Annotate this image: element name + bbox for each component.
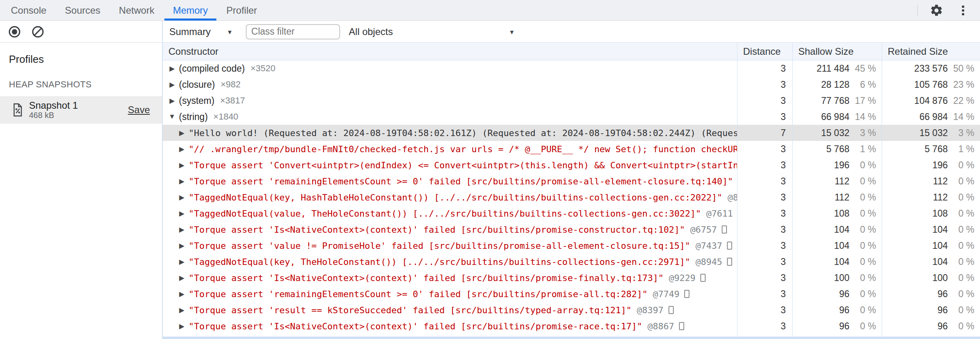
table-row[interactable]: ▶"Torque assert 'Is<NativeContext>(conte…: [163, 270, 980, 286]
memory-panel: Profiles HEAP SNAPSHOTS Snapshot 1 468 k…: [0, 21, 980, 339]
constructor-cell: ▶"Torque assert 'Is<NativeContext>(conte…: [163, 270, 737, 286]
chevron-collapsed-icon[interactable]: ▶: [177, 306, 186, 314]
chevron-collapsed-icon[interactable]: ▶: [177, 145, 186, 153]
distance-value: 3: [737, 240, 786, 251]
shallow-size-percent: 1 %: [849, 144, 876, 155]
tab-memory[interactable]: Memory: [164, 0, 217, 21]
constructor-cell: ▶"// .wrangler/tmp/bundle-FmNIt0/checked…: [163, 141, 737, 157]
table-row[interactable]: ▶"TaggedNotEqual(key, HashTableHoleConst…: [163, 189, 980, 205]
chevron-collapsed-icon[interactable]: ▶: [177, 177, 186, 186]
retained-size-percent: 0 %: [948, 273, 974, 283]
perspective-select[interactable]: Summary ▼: [169, 26, 233, 37]
chevron-collapsed-icon[interactable]: ▶: [177, 258, 186, 266]
table-row[interactable]: ▶"Torque assert 'Is<NativeContext>(conte…: [163, 318, 980, 334]
constructor-cell: ▶"TaggedNotEqual(key, HashTableHoleConst…: [163, 189, 737, 205]
chevron-collapsed-icon[interactable]: ▶: [177, 193, 186, 202]
retained-size-percent: 0 %: [948, 305, 974, 316]
column-header-distance[interactable]: Distance: [737, 43, 792, 60]
table-row[interactable]: ▶"Torque assert 'Is<NativeContext>(conte…: [163, 221, 980, 238]
table-row[interactable]: ▶"Torque assert 'result == kStoreSuccede…: [163, 302, 980, 318]
table-row[interactable]: ▶"Hello world! (Requested at: 2024-08-19…: [163, 125, 980, 141]
detail-box-icon: [684, 290, 689, 298]
class-filter-input[interactable]: [246, 24, 340, 39]
distance-cell: 7: [737, 125, 792, 141]
chevron-collapsed-icon[interactable]: ▶: [177, 290, 186, 298]
table-row[interactable]: ▶"TaggedNotEqual(key, TheHoleConstant())…: [163, 254, 980, 270]
retained-size-value: 104 876: [882, 95, 948, 106]
column-header-retained-size[interactable]: Retained Size: [882, 43, 980, 60]
constructor-cell: ▶"Torque assert 'Is<NativeContext>(conte…: [163, 221, 737, 238]
constructor-cell: ▶"Torque assert 'remainingElementsCount …: [163, 286, 737, 302]
chevron-collapsed-icon[interactable]: ▶: [177, 274, 186, 282]
shallow-size-cell: 1040 %: [792, 238, 882, 254]
detail-box-icon: [727, 258, 732, 266]
chevron-collapsed-icon[interactable]: ▶: [168, 64, 176, 73]
chevron-collapsed-icon[interactable]: ▶: [177, 209, 186, 218]
tab-profiler[interactable]: Profiler: [217, 0, 266, 21]
table-row[interactable]: ▶"// .wrangler/tmp/bundle-FmNIt0/checked…: [163, 141, 980, 157]
shallow-size-cell: 77 76817 %: [792, 93, 882, 109]
retained-size-value: 104: [882, 224, 948, 235]
table-row[interactable]: ▶(compiled code)×35203211 48445 %233 576…: [163, 60, 980, 76]
retained-size-percent: 0 %: [948, 192, 974, 203]
chevron-collapsed-icon[interactable]: ▶: [177, 322, 186, 331]
objects-scope-select[interactable]: All objects ▼: [349, 26, 515, 37]
clear-profiles-icon[interactable]: [30, 24, 46, 40]
constructor-name: (string): [179, 112, 208, 122]
column-header-shallow-size[interactable]: Shallow Size: [792, 43, 882, 60]
retained-size-cell: 1080 %: [882, 205, 980, 221]
table-row[interactable]: ▼(string)×1840366 98414 %66 98414 %: [163, 109, 980, 125]
table-row[interactable]: ▶(system)×3817377 76817 %104 87622 %: [163, 93, 980, 109]
string-value: "// .wrangler/tmp/bundle-FmNIt0/checked-…: [189, 144, 737, 154]
retained-size-value: 96: [882, 305, 948, 316]
chevron-expanded-icon[interactable]: ▼: [168, 113, 176, 121]
table-row[interactable]: ▶"TaggedNotEqual(value, TheHoleConstant(…: [163, 205, 980, 221]
table-row[interactable]: ▶"Torque assert 'Convert<uintptr>(endInd…: [163, 157, 980, 173]
chevron-collapsed-icon[interactable]: ▶: [177, 242, 186, 250]
table-row[interactable]: ▶"Torque assert 'value != PromiseHole' f…: [163, 238, 980, 254]
retained-size-percent: 23 %: [948, 79, 974, 90]
retained-size-cell: 1000 %: [882, 270, 980, 286]
shallow-size-cell: 1960 %: [792, 157, 882, 173]
object-id: @8: [728, 192, 737, 203]
shallow-size-value: 108: [793, 208, 849, 219]
shallow-size-value: 104: [793, 256, 849, 267]
retained-size-percent: 0 %: [948, 176, 974, 187]
table-row[interactable]: ▶"Torque assert 'remainingElementsCount …: [163, 286, 980, 302]
retained-size-percent: 0 %: [948, 224, 974, 235]
record-heap-snapshot-icon[interactable]: [6, 24, 23, 40]
retained-size-cell: 1120 %: [882, 173, 980, 189]
retained-size-value: 108: [882, 208, 948, 219]
column-header-constructor[interactable]: Constructor: [163, 43, 737, 60]
shallow-size-cell: 66 98414 %: [792, 109, 882, 125]
distance-value: 3: [737, 305, 786, 316]
tab-sources[interactable]: Sources: [56, 0, 110, 21]
shallow-size-value: 112: [793, 176, 849, 187]
tabbar-right-controls: [917, 0, 980, 21]
more-options-icon[interactable]: [955, 2, 971, 19]
detail-box-icon: [722, 225, 727, 234]
save-snapshot-link[interactable]: Save: [128, 104, 156, 116]
settings-gear-icon[interactable]: [928, 2, 945, 19]
chevron-collapsed-icon[interactable]: ▶: [177, 225, 186, 234]
table-row[interactable]: ▶"Torque assert 'remainingElementsCount …: [163, 173, 980, 189]
table-row[interactable]: ▶(closure)×982328 1286 %105 76823 %: [163, 76, 980, 93]
shallow-size-value: 77 768: [793, 95, 849, 106]
tab-console[interactable]: Console: [2, 0, 56, 21]
chevron-collapsed-icon[interactable]: ▶: [168, 81, 176, 89]
chevron-collapsed-icon[interactable]: ▶: [177, 161, 186, 170]
string-value: "Torque assert 'Convert<uintptr>(endInde…: [189, 160, 737, 170]
distance-value: 3: [737, 112, 786, 122]
tab-network[interactable]: Network: [110, 0, 164, 21]
string-value: "Torque assert 'remainingElementsCount >…: [189, 176, 733, 186]
retained-size-value: 66 984: [882, 112, 948, 122]
chevron-collapsed-icon[interactable]: ▶: [177, 129, 186, 137]
object-id: @7611: [706, 209, 733, 219]
retained-size-percent: 0 %: [948, 160, 974, 171]
chevron-collapsed-icon[interactable]: ▶: [168, 97, 176, 105]
distance-cell: 3: [737, 270, 792, 286]
constructor-name: (compiled code): [179, 63, 245, 74]
retained-size-percent: 1 %: [948, 144, 974, 155]
snapshot-list-item[interactable]: Snapshot 1 468 kB Save: [0, 96, 162, 124]
devtools-tabbar: ConsoleSourcesNetworkMemoryProfiler: [0, 0, 980, 21]
